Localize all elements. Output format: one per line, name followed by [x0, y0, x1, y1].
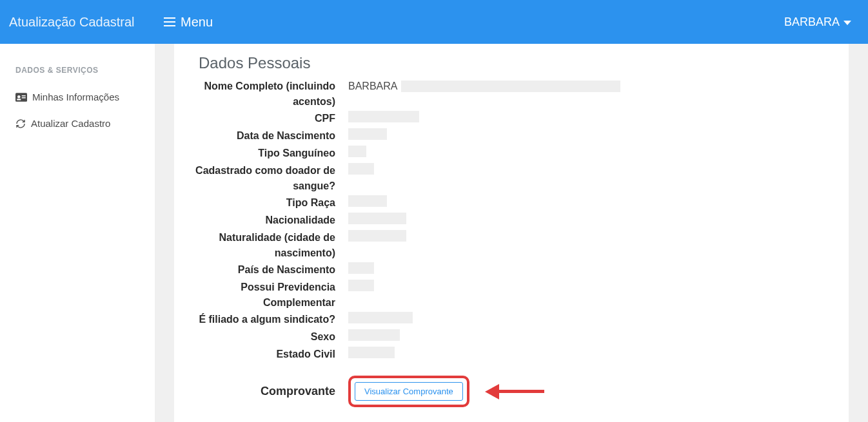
value-cpf: [348, 111, 836, 127]
label-estado-civil: Estado Civil: [187, 347, 348, 362]
label-sexo: Sexo: [187, 329, 348, 345]
row-tipo-raca: Tipo Raça: [187, 195, 836, 211]
content-area: Dados Pessoais Nome Completo (incluindo …: [155, 44, 868, 422]
redacted-block: [348, 163, 374, 175]
redacted-block: [348, 213, 406, 224]
row-nacionalidade: Nacionalidade: [187, 213, 836, 229]
value-previdencia: [348, 280, 836, 296]
redacted-block: [348, 312, 413, 323]
svg-rect-2: [17, 99, 21, 100]
value-nacionalidade: [348, 213, 836, 229]
svg-rect-4: [22, 97, 26, 99]
value-nome-completo: BARBARA: [348, 79, 836, 94]
row-estado-civil: Estado Civil: [187, 347, 836, 363]
value-pais-nascimento: [348, 262, 836, 278]
label-nome-completo: Nome Completo (incluindo acentos): [187, 79, 348, 110]
label-tipo-sanguineo: Tipo Sanguíneo: [187, 146, 348, 161]
redacted-block: [348, 128, 387, 140]
label-data-nascimento: Data de Nascimento: [187, 128, 348, 144]
label-sindicato: É filiado a algum sindicato?: [187, 312, 348, 327]
user-dropdown[interactable]: BARBARA: [784, 15, 868, 29]
menu-button[interactable]: Menu: [164, 15, 213, 30]
redacted-block: [348, 230, 406, 242]
row-comprovante: Comprovante Visualizar Comprovante: [187, 376, 836, 407]
section-title: Dados Pessoais: [187, 54, 836, 72]
label-nacionalidade: Nacionalidade: [187, 213, 348, 228]
top-header: Atualização Cadastral Menu BARBARA: [0, 0, 868, 44]
value-data-nascimento: [348, 128, 836, 144]
value-tipo-raca: [348, 195, 836, 211]
menu-label: Menu: [181, 15, 213, 30]
redacted-block: [348, 195, 387, 207]
label-pais-nascimento: País de Nascimento: [187, 262, 348, 278]
label-cpf: CPF: [187, 111, 348, 126]
sidebar-item-atualizar-cadastro[interactable]: Atualizar Cadastro: [0, 110, 155, 137]
redacted-block: [348, 347, 395, 358]
svg-point-1: [17, 95, 21, 99]
value-naturalidade: [348, 230, 836, 246]
value-sindicato: [348, 312, 836, 328]
row-tipo-sanguineo: Tipo Sanguíneo: [187, 146, 836, 162]
value-tipo-sanguineo: [348, 146, 836, 162]
row-pais-nascimento: País de Nascimento: [187, 262, 836, 278]
sidebar-item-label: Atualizar Cadastro: [31, 118, 110, 129]
row-previdencia: Possui Previdencia Complementar: [187, 280, 836, 311]
row-cpf: CPF: [187, 111, 836, 127]
hamburger-icon: [164, 17, 175, 26]
label-doador: Cadastrado como doador de sangue?: [187, 163, 348, 194]
row-nome-completo: Nome Completo (incluindo acentos) BARBAR…: [187, 79, 836, 110]
row-sindicato: É filiado a algum sindicato?: [187, 312, 836, 328]
label-tipo-raca: Tipo Raça: [187, 195, 348, 211]
row-doador: Cadastrado como doador de sangue?: [187, 163, 836, 194]
brand-title: Atualização Cadastral: [0, 0, 155, 44]
svg-rect-3: [22, 95, 26, 97]
visualizar-comprovante-button[interactable]: Visualizar Comprovante: [355, 382, 463, 401]
label-naturalidade: Naturalidade (cidade de nascimento): [187, 230, 348, 261]
arrow-annotation: [485, 384, 544, 399]
row-sexo: Sexo: [187, 329, 836, 345]
label-previdencia: Possui Previdencia Complementar: [187, 280, 348, 311]
redacted-block: [348, 329, 400, 341]
user-name: BARBARA: [784, 15, 840, 29]
redacted-block: [348, 146, 366, 157]
highlight-annotation: Visualizar Comprovante: [348, 376, 469, 407]
redacted-block: [401, 81, 620, 92]
redacted-block: [348, 262, 374, 274]
card-icon: [15, 93, 27, 102]
row-naturalidade: Naturalidade (cidade de nascimento): [187, 230, 836, 261]
refresh-icon: [15, 119, 26, 129]
chevron-down-icon: [843, 21, 851, 25]
row-data-nascimento: Data de Nascimento: [187, 128, 836, 144]
redacted-block: [348, 280, 374, 291]
content-card: Dados Pessoais Nome Completo (incluindo …: [174, 44, 849, 422]
value-sexo: [348, 329, 836, 345]
sidebar-item-label: Minhas Informações: [32, 91, 119, 102]
redacted-block: [348, 111, 419, 122]
value-estado-civil: [348, 347, 836, 363]
label-comprovante: Comprovante: [187, 385, 348, 398]
sidebar-heading: DADOS & SERVIÇOS: [0, 57, 155, 84]
main-container: DADOS & SERVIÇOS Minhas Informações Atua…: [0, 44, 868, 422]
sidebar: DADOS & SERVIÇOS Minhas Informações Atua…: [0, 44, 155, 422]
value-doador: [348, 163, 836, 179]
sidebar-item-minhas-informacoes[interactable]: Minhas Informações: [0, 84, 155, 110]
